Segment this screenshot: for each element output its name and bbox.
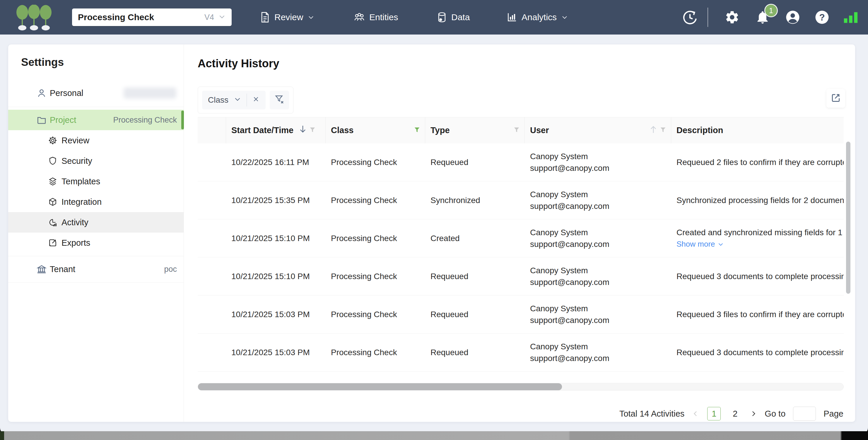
- sidebar-item-label: Security: [62, 156, 92, 166]
- previous-page-chevron-icon[interactable]: [692, 410, 700, 417]
- filter-funnel-icon[interactable]: [309, 126, 316, 135]
- nav-item-entities[interactable]: Entities: [354, 0, 398, 35]
- clear-all-filters-button[interactable]: [270, 91, 289, 109]
- page-title: Activity History: [198, 57, 279, 70]
- column-header-class[interactable]: Class: [326, 117, 425, 143]
- column-header-description[interactable]: Description: [671, 117, 844, 143]
- filter-funnel-icon[interactable]: [660, 126, 666, 135]
- sidebar-item-integration[interactable]: Integration: [8, 192, 184, 212]
- chevron-down-icon: [561, 14, 568, 21]
- notification-badge: 1: [764, 4, 778, 17]
- settings-gear-icon[interactable]: [724, 10, 740, 25]
- project-selector-value: Processing Check: [78, 12, 154, 22]
- sidebar-item-project[interactable]: Project Processing Check: [8, 110, 184, 130]
- settings-card: Settings Personal: [8, 44, 855, 422]
- sidebar-divider: [8, 253, 184, 259]
- class-cell: Processing Check: [326, 296, 425, 333]
- sort-descending-icon[interactable]: [299, 125, 307, 136]
- user-name: Canopy System: [530, 190, 671, 199]
- user-cell: Canopy System support@canopy.com: [525, 181, 671, 219]
- filter-funnel-icon[interactable]: [514, 126, 520, 135]
- row-handle-cell: [198, 143, 226, 181]
- show-more-link[interactable]: Show more: [677, 240, 844, 249]
- folder-icon: [36, 115, 48, 125]
- nav-item-data[interactable]: Data: [437, 0, 470, 35]
- person-icon: [36, 88, 48, 98]
- user-avatar-icon[interactable]: [785, 9, 801, 25]
- sidebar-item-security[interactable]: Security: [8, 151, 184, 171]
- column-header-user[interactable]: User: [525, 117, 671, 143]
- type-cell: Created: [425, 219, 525, 257]
- signal-bars-icon[interactable]: [843, 9, 859, 25]
- nav-item-review[interactable]: Review: [260, 0, 314, 35]
- page-number-2[interactable]: 2: [728, 407, 742, 420]
- table-row[interactable]: 10/21/2025 15:35 PM Processing Check Syn…: [198, 181, 844, 219]
- funnel-clear-icon: [274, 94, 285, 106]
- export-icon: [47, 238, 59, 247]
- column-header-start-datetime[interactable]: Start Date/Time: [226, 117, 326, 143]
- sidebar-item-tenant[interactable]: Tenant poc: [8, 259, 184, 279]
- horizontal-scrollbar-thumb[interactable]: [198, 383, 562, 390]
- chip-divider: [247, 94, 247, 106]
- chevron-down-icon[interactable]: [234, 95, 241, 105]
- history-clock-icon[interactable]: [679, 9, 701, 26]
- user-email: support@canopy.com: [530, 240, 671, 249]
- user-email: support@canopy.com: [530, 202, 671, 211]
- external-link-icon: [830, 92, 842, 105]
- layers-icon: [47, 177, 59, 186]
- page-label: Page: [824, 409, 843, 419]
- page-number-1[interactable]: 1: [707, 407, 721, 420]
- user-name: Canopy System: [530, 152, 671, 161]
- settings-sidebar: Settings Personal: [8, 44, 184, 422]
- chevron-down-icon: [218, 13, 226, 22]
- help-icon[interactable]: ?: [814, 9, 830, 25]
- sidebar-divider: [8, 279, 184, 285]
- class-cell: Processing Check: [326, 334, 425, 371]
- type-cell: Synchronized: [425, 181, 525, 219]
- notifications-bell-icon[interactable]: 1: [755, 10, 770, 25]
- sidebar-item-label: Personal: [50, 88, 83, 98]
- class-filter-chip[interactable]: Class: [202, 91, 266, 109]
- nav-item-label: Entities: [369, 12, 398, 22]
- next-page-chevron-icon[interactable]: [749, 410, 757, 417]
- row-handle-cell: [198, 296, 226, 333]
- show-more-label: Show more: [677, 240, 715, 249]
- close-icon[interactable]: [252, 95, 260, 105]
- start-datetime-cell: 10/21/2025 15:03 PM: [226, 296, 326, 333]
- sidebar-item-templates[interactable]: Templates: [8, 171, 184, 192]
- nav-item-analytics[interactable]: Analytics: [507, 0, 568, 35]
- filter-funnel-active-icon[interactable]: [414, 126, 420, 135]
- table-row[interactable]: 10/22/2025 16:11 PM Processing Check Req…: [198, 143, 844, 181]
- desktop-background-strip: [0, 431, 868, 440]
- user-cell: Canopy System support@canopy.com: [525, 219, 671, 257]
- class-cell: Processing Check: [326, 219, 425, 257]
- document-icon: [260, 12, 270, 23]
- pagination-bar: Total 14 Activities 1 2 Go to Page: [619, 407, 843, 421]
- description-cell: Created and synchronized missing fields …: [671, 219, 844, 257]
- vertical-scrollbar-thumb[interactable]: [846, 142, 850, 294]
- table-header-row: Start Date/Time Class: [198, 117, 844, 143]
- top-navigation-bar: Processing Check V4 Review: [0, 0, 868, 35]
- table-row[interactable]: 10/21/2025 15:10 PM Processing Check Req…: [198, 258, 844, 296]
- sort-ascending-icon[interactable]: [649, 125, 657, 136]
- user-email: support@canopy.com: [530, 354, 671, 363]
- sidebar-item-label: Integration: [62, 197, 102, 207]
- table-row[interactable]: 10/21/2025 15:03 PM Processing Check Req…: [198, 334, 844, 372]
- export-table-button[interactable]: [827, 89, 845, 108]
- sidebar-item-badge: Processing Check: [113, 115, 177, 125]
- project-selector[interactable]: Processing Check V4: [72, 8, 231, 26]
- sidebar-item-personal[interactable]: Personal: [8, 82, 184, 104]
- cube-icon: [47, 197, 59, 207]
- table-row[interactable]: 10/21/2025 15:10 PM Processing Check Cre…: [198, 219, 844, 258]
- sidebar-item-exports[interactable]: Exports: [8, 233, 184, 253]
- table-row[interactable]: 10/21/2025 15:03 PM Processing Check Req…: [198, 296, 844, 334]
- column-header-type[interactable]: Type: [425, 117, 525, 143]
- vertical-scrollbar[interactable]: [846, 142, 850, 341]
- sidebar-item-activity[interactable]: Activity: [8, 212, 184, 233]
- svg-text:?: ?: [819, 12, 825, 23]
- canopy-logo-icon[interactable]: [15, 5, 53, 32]
- goto-page-input[interactable]: [793, 407, 816, 421]
- sidebar-item-review[interactable]: Review: [8, 130, 184, 151]
- filter-bar: Class: [198, 87, 293, 113]
- horizontal-scrollbar[interactable]: [198, 383, 844, 391]
